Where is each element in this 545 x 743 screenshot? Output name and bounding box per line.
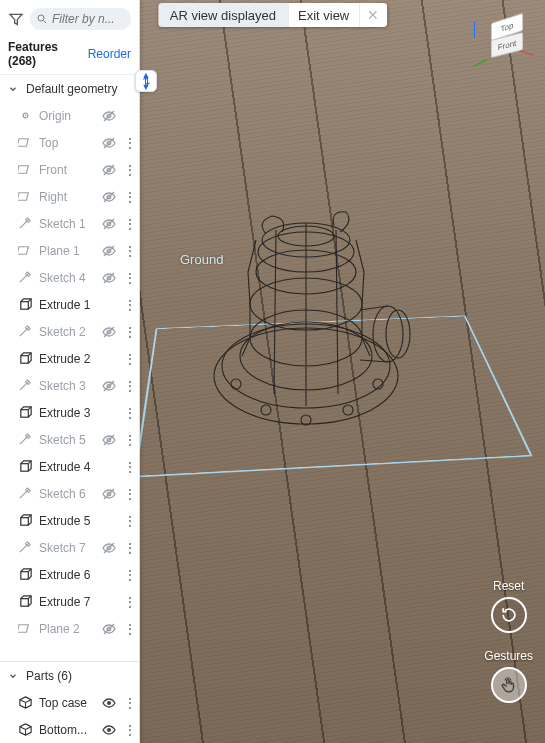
sketch-icon [18,216,33,231]
plane-icon [18,162,33,177]
feature-label: Sketch 1 [39,217,95,231]
visibility-toggle-icon[interactable] [101,135,117,151]
feature-row[interactable]: Sketch 7⋮ [0,534,139,561]
more-icon[interactable]: ⋮ [123,623,135,635]
more-icon[interactable]: ⋮ [123,434,135,446]
more-icon[interactable]: ⋮ [123,407,135,419]
feature-label: Extrude 2 [39,352,117,366]
visibility-toggle-icon[interactable] [101,695,117,711]
more-icon[interactable]: ⋮ [123,299,135,311]
chevron-down-icon[interactable] [8,84,20,94]
more-icon[interactable]: ⋮ [123,191,135,203]
feature-row[interactable]: Front⋮ [0,156,139,183]
sketch-icon [18,324,33,339]
visibility-toggle-icon[interactable] [101,324,117,340]
more-icon[interactable]: ⋮ [123,380,135,392]
feature-row[interactable]: Plane 2⋮ [0,615,139,642]
gestures-button[interactable] [491,667,527,703]
feature-row[interactable]: Sketch 3⋮ [0,372,139,399]
more-icon[interactable]: ⋮ [123,353,135,365]
more-icon[interactable]: ⋮ [123,515,135,527]
feature-row[interactable]: Sketch 2⋮ [0,318,139,345]
part-row[interactable]: Bottom...⋮ [0,716,139,743]
feature-row[interactable]: Extrude 7⋮ [0,588,139,615]
visibility-toggle-icon[interactable] [101,432,117,448]
sketch-icon [18,378,33,393]
extrude-icon [18,594,33,609]
feature-row[interactable]: Top⋮ [0,129,139,156]
parts-section: Parts (6) Top case⋮Bottom...⋮ [0,661,139,743]
gestures-icon [500,676,518,694]
more-icon[interactable]: ⋮ [123,724,135,736]
reorder-button[interactable]: Reorder [88,47,131,61]
more-icon[interactable]: ⋮ [123,697,135,709]
part-icon [18,722,33,737]
default-geometry-label: Default geometry [26,82,135,96]
extrude-icon [18,297,33,312]
feature-label: Sketch 4 [39,271,95,285]
more-icon[interactable]: ⋮ [123,461,135,473]
more-icon[interactable]: ⋮ [123,326,135,338]
feature-row[interactable]: Extrude 4⋮ [0,453,139,480]
more-icon[interactable]: ⋮ [123,596,135,608]
feature-row[interactable]: Plane 1⋮ [0,237,139,264]
feature-tree[interactable]: Default geometry OriginTop⋮Front⋮Right⋮S… [0,75,139,661]
feature-label: Extrude 5 [39,514,117,528]
more-icon[interactable]: ⋮ [123,488,135,500]
more-icon[interactable]: ⋮ [123,542,135,554]
default-geometry-header[interactable]: Default geometry [0,75,139,102]
filter-icon[interactable] [8,11,24,27]
extrude-icon [18,351,33,366]
more-icon[interactable]: ⋮ [123,218,135,230]
origin-icon [18,108,33,123]
feature-row[interactable]: Extrude 1⋮ [0,291,139,318]
visibility-toggle-icon[interactable] [101,378,117,394]
plane-icon [18,135,33,150]
more-icon[interactable]: ⋮ [123,137,135,149]
feature-row[interactable]: Extrude 5⋮ [0,507,139,534]
more-icon[interactable]: ⋮ [123,164,135,176]
visibility-toggle-icon[interactable] [101,722,117,738]
more-icon[interactable]: ⋮ [123,272,135,284]
reset-button[interactable] [491,597,527,633]
visibility-toggle-icon[interactable] [101,216,117,232]
exit-view-button[interactable]: Exit view [288,3,359,27]
visibility-toggle-icon[interactable] [101,621,117,637]
visibility-toggle-icon[interactable] [101,486,117,502]
sketch-icon [18,486,33,501]
svg-point-12 [261,405,271,415]
visibility-toggle-icon[interactable] [101,108,117,124]
more-icon[interactable]: ⋮ [123,245,135,257]
visibility-toggle-icon[interactable] [101,243,117,259]
search-icon [36,13,48,25]
feature-label: Extrude 3 [39,406,117,420]
chevron-down-icon[interactable] [8,671,20,681]
feature-label: Plane 1 [39,244,95,258]
feature-row[interactable]: Extrude 3⋮ [0,399,139,426]
visibility-toggle-icon[interactable] [101,540,117,556]
feature-label: Origin [39,109,95,123]
visibility-toggle-icon[interactable] [101,162,117,178]
feature-row[interactable]: Sketch 4⋮ [0,264,139,291]
part-row[interactable]: Top case⋮ [0,689,139,716]
extrude-icon [18,567,33,582]
feature-row[interactable]: Sketch 1⋮ [0,210,139,237]
feature-row[interactable]: Extrude 6⋮ [0,561,139,588]
reorder-handle[interactable]: ▲ ⇄ ▼ [135,70,157,92]
ar-model-wireframe[interactable] [206,206,421,446]
search-input-wrap [30,8,131,30]
visibility-toggle-icon[interactable] [101,270,117,286]
visibility-toggle-icon[interactable] [101,189,117,205]
feature-label: Sketch 5 [39,433,95,447]
close-icon[interactable]: ✕ [359,3,387,27]
feature-sidebar: Features (268) Reorder ▲ ⇄ ▼ Default geo… [0,0,140,743]
feature-row[interactable]: Sketch 5⋮ [0,426,139,453]
view-cube[interactable]: Top Front [485,16,531,62]
parts-header[interactable]: Parts (6) [0,662,139,689]
feature-row[interactable]: Extrude 2⋮ [0,345,139,372]
feature-row[interactable]: Sketch 6⋮ [0,480,139,507]
feature-row[interactable]: Right⋮ [0,183,139,210]
reset-icon [499,605,519,625]
more-icon[interactable]: ⋮ [123,569,135,581]
feature-row[interactable]: Origin [0,102,139,129]
